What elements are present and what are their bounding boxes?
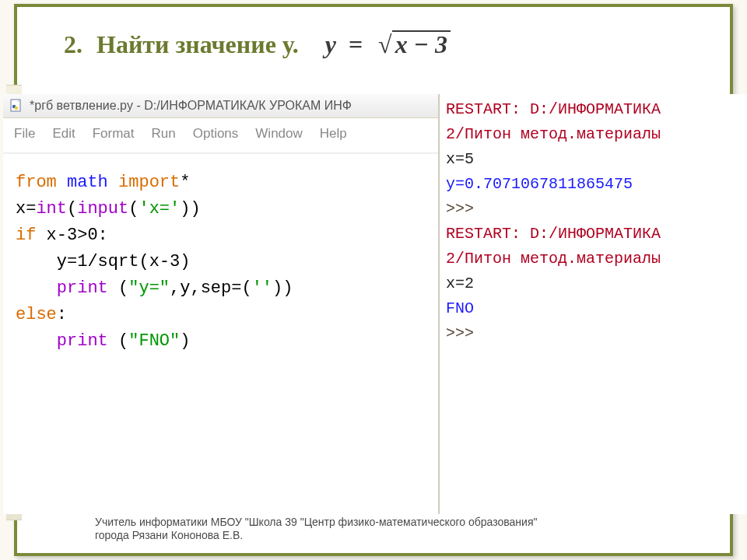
footer-line2: города Рязани Кононова Е.В.	[95, 529, 537, 542]
menu-help[interactable]: Help	[320, 126, 347, 142]
shell-restart-line: 2/Питон метод.материалы	[446, 122, 747, 147]
shell-restart-line: RESTART: D:/ИНФОРМАТИКА	[446, 222, 747, 247]
slide-footer: Учитель информатики МБОУ "Школа 39 "Цент…	[95, 516, 537, 542]
content-panels: *ргб ветвление.py - D:/ИНФОРМАТИКА/К УРО…	[3, 94, 747, 514]
menu-window[interactable]: Window	[255, 126, 302, 142]
slide-frame: 2. Найти значение у. y = √x − 3 *ргб вет…	[14, 4, 733, 556]
sqrt-expression: √x − 3	[375, 30, 447, 59]
menu-format[interactable]: Format	[93, 126, 135, 142]
slide-heading: 2. Найти значение у. y = √x − 3	[17, 7, 730, 73]
svg-point-2	[15, 107, 19, 110]
menu-edit[interactable]: Edit	[52, 126, 75, 142]
editor-titlebar: *ргб ветвление.py - D:/ИНФОРМАТИКА/К УРО…	[3, 94, 438, 118]
shell-input-echo: x=5	[446, 147, 747, 172]
code-editor[interactable]: from math import* x=int(input('x=')) if …	[3, 153, 438, 514]
sqrt-icon: √	[378, 30, 392, 58]
shell-output: FNO	[446, 296, 747, 321]
idle-shell-output[interactable]: RESTART: D:/ИНФОРМАТИКА 2/Питон метод.ма…	[439, 94, 747, 514]
shell-input-echo: x=2	[446, 271, 747, 296]
editor-menubar: File Edit Format Run Options Window Help	[3, 118, 438, 153]
heading-text: Найти значение у.	[96, 30, 299, 58]
menu-options[interactable]: Options	[193, 126, 239, 142]
menu-file[interactable]: File	[14, 126, 35, 142]
editor-title: *ргб ветвление.py - D:/ИНФОРМАТИКА/К УРО…	[30, 99, 352, 113]
menu-run[interactable]: Run	[152, 126, 176, 142]
shell-output: y=0.7071067811865475	[446, 172, 747, 197]
idle-editor-window: *ргб ветвление.py - D:/ИНФОРМАТИКА/К УРО…	[3, 94, 439, 514]
shell-restart-line: RESTART: D:/ИНФОРМАТИКА	[446, 97, 747, 122]
heading-number: 2.	[64, 30, 90, 59]
shell-restart-line: 2/Питон метод.материалы	[446, 247, 747, 271]
footer-line1: Учитель информатики МБОУ "Школа 39 "Цент…	[95, 516, 537, 529]
python-file-icon	[9, 99, 23, 113]
heading-formula: y = √x − 3	[325, 30, 447, 58]
shell-prompt: >>>	[446, 321, 747, 346]
shell-prompt: >>>	[446, 197, 747, 222]
